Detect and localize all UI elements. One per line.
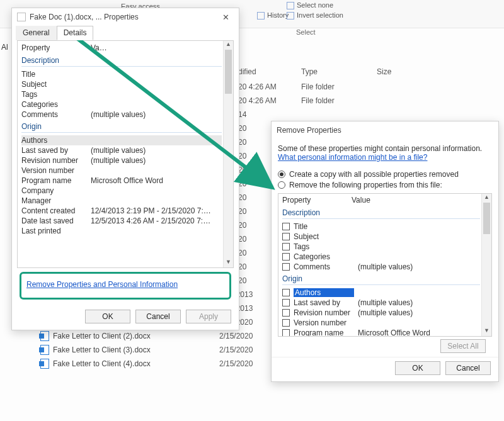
ok-button[interactable]: OK <box>85 310 130 323</box>
property-row[interactable]: Company <box>21 186 222 196</box>
scrollbar[interactable]: ▲ ▼ <box>481 194 491 336</box>
section-origin: Origin <box>21 122 222 131</box>
properties-dialog: Fake Doc (1).docx, ... Properties ✕ Gene… <box>11 8 239 330</box>
property-checkbox-row[interactable]: Tags <box>282 242 480 252</box>
property-row[interactable]: Categories <box>21 99 222 109</box>
section-description: Description <box>21 56 222 65</box>
file-icon <box>17 13 26 21</box>
word-file-icon <box>40 359 49 369</box>
tab-details[interactable]: Details <box>57 26 94 40</box>
property-checkbox-row[interactable]: Authors <box>282 288 480 298</box>
mini-section-origin: Origin <box>282 274 480 283</box>
checkbox-icon[interactable] <box>282 289 290 296</box>
property-row[interactable]: Subject <box>21 79 222 89</box>
property-row[interactable]: Last saved by(multiple values) <box>21 145 222 155</box>
dialog-titlebar[interactable]: Fake Doc (1).docx, ... Properties ✕ <box>12 8 239 26</box>
scroll-down-icon[interactable]: ▼ <box>482 327 491 336</box>
scroll-thumb[interactable] <box>225 50 232 94</box>
property-checkbox-row[interactable]: Program nameMicrosoft Office Word <box>282 328 480 337</box>
mini-col-property: Property <box>282 196 352 205</box>
word-file-icon <box>40 331 49 341</box>
radio-create-copy-label: Create a copy with all possible properti… <box>289 170 459 179</box>
apply-button[interactable]: Apply <box>186 310 231 323</box>
history-icon <box>257 12 265 20</box>
radio-remove-following[interactable]: Remove the following properties from thi… <box>278 181 492 189</box>
checkbox-icon[interactable] <box>282 329 290 337</box>
remove-properties-link[interactable]: Remove Properties and Personal Informati… <box>26 280 178 289</box>
col-type[interactable]: Type <box>301 67 377 76</box>
property-row[interactable]: Manager <box>21 196 222 206</box>
property-checkbox-row[interactable]: Categories <box>282 252 480 262</box>
property-checkbox-row[interactable]: Title <box>282 222 480 232</box>
property-row[interactable]: Tags <box>21 89 222 99</box>
checkbox-icon[interactable] <box>282 223 290 230</box>
remove-dialog-titlebar[interactable]: Remove Properties <box>272 121 498 139</box>
radio-remove-following-label: Remove the following properties from thi… <box>289 181 442 189</box>
cancel-button[interactable]: Cancel <box>135 310 181 323</box>
scrollbar[interactable]: ▲ ▼ <box>223 41 233 267</box>
select-all-button[interactable]: Select All <box>440 339 486 353</box>
ok-button[interactable]: OK <box>395 361 440 375</box>
radio-create-copy[interactable]: Create a copy with all possible properti… <box>278 170 492 179</box>
checkbox-icon[interactable] <box>282 299 290 306</box>
select-group-label: Select <box>296 28 316 36</box>
checkbox-icon[interactable] <box>282 263 290 271</box>
mini-section-description: Description <box>282 208 480 217</box>
property-row[interactable]: Comments(multiple values) <box>21 109 222 120</box>
remove-link-highlight: Remove Properties and Personal Informati… <box>20 272 231 300</box>
partial-text-al: Al <box>1 43 8 52</box>
property-checkbox-row[interactable]: Comments(multiple values) <box>282 262 480 272</box>
history-label[interactable]: History <box>257 11 289 20</box>
checkbox-icon[interactable] <box>282 243 290 250</box>
property-checkbox-row[interactable]: Last saved by(multiple values) <box>282 298 480 308</box>
cancel-button[interactable]: Cancel <box>445 361 491 375</box>
tab-general[interactable]: General <box>16 26 57 40</box>
scroll-up-icon[interactable]: ▲ <box>482 194 491 203</box>
scroll-thumb[interactable] <box>483 203 490 234</box>
property-row[interactable]: Version number <box>21 166 222 176</box>
col-size[interactable]: Size <box>377 67 427 76</box>
scroll-up-icon[interactable]: ▲ <box>224 41 233 50</box>
checkbox-icon[interactable] <box>282 319 290 327</box>
radio-icon[interactable] <box>278 181 285 189</box>
info-link[interactable]: What personal information might be in a … <box>278 153 427 162</box>
radio-icon[interactable] <box>278 171 285 178</box>
property-row[interactable]: Content created12/4/2013 2:19 PM - 2/15/… <box>21 206 222 216</box>
invert-selection-icon <box>287 12 294 20</box>
scroll-down-icon[interactable]: ▼ <box>224 259 233 267</box>
remove-properties-dialog: Remove Properties Some of these properti… <box>271 121 499 382</box>
property-checkbox-row[interactable]: Revision number(multiple values) <box>282 308 480 318</box>
close-icon[interactable]: ✕ <box>217 13 234 22</box>
remove-dialog-title: Remove Properties <box>277 126 341 135</box>
col-value: Va… <box>91 43 222 52</box>
checkbox-icon[interactable] <box>282 233 290 240</box>
property-checkbox-row[interactable]: Version number <box>282 318 480 328</box>
dialog-title-text: Fake Doc (1).docx, ... Properties <box>30 13 139 21</box>
col-property: Property <box>21 43 91 52</box>
property-row[interactable]: Program nameMicrosoft Office Word <box>21 176 222 186</box>
property-row[interactable]: Date last saved12/5/2013 4:26 AM - 2/15/… <box>21 216 222 226</box>
word-file-icon <box>40 345 49 355</box>
property-row[interactable]: Authors <box>21 135 222 145</box>
property-row[interactable]: Revision number(multiple values) <box>21 155 222 166</box>
property-row[interactable]: Last printed <box>21 226 222 236</box>
checkbox-icon[interactable] <box>282 253 290 261</box>
mini-col-value: Value <box>352 196 370 205</box>
invert-selection-label[interactable]: Invert selection <box>287 11 343 20</box>
remove-intro-text: Some of these properties might contain p… <box>278 144 492 153</box>
checkbox-icon[interactable] <box>282 309 290 317</box>
remove-properties-table: Property Value Description TitleSubjectT… <box>278 193 492 337</box>
properties-panel: Property Va… Description TitleSubjectTag… <box>17 40 234 268</box>
property-checkbox-row[interactable]: Subject <box>282 232 480 242</box>
property-row[interactable]: Title <box>21 69 222 79</box>
properties-tabs: General Details <box>12 26 239 40</box>
select-none-label[interactable]: Select none <box>287 1 333 9</box>
select-none-icon <box>287 2 294 9</box>
